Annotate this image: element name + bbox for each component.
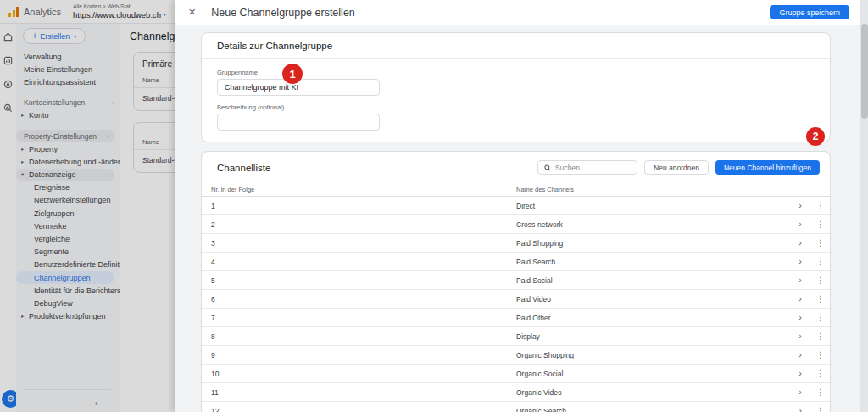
channel-order: 10 bbox=[211, 370, 516, 378]
chevron-right-icon[interactable]: › bbox=[789, 331, 811, 341]
channel-order: 11 bbox=[211, 388, 516, 397]
chevron-right-icon[interactable]: › bbox=[789, 276, 811, 285]
window-scrollbar[interactable] bbox=[860, 0, 868, 412]
channel-order: 7 bbox=[211, 314, 516, 322]
chevron-right-icon[interactable]: › bbox=[789, 369, 811, 378]
channel-order: 4 bbox=[211, 258, 516, 266]
channel-list-card: Channelliste Neu anordnen Neuen Channel … bbox=[201, 151, 831, 412]
chevron-right-icon[interactable]: › bbox=[789, 387, 811, 397]
channel-name: Display bbox=[516, 332, 789, 341]
column-order-header: Nr. in der Folge bbox=[211, 186, 516, 193]
more-menu-icon[interactable]: ⋮ bbox=[811, 276, 830, 285]
search-box[interactable] bbox=[537, 160, 637, 175]
channel-order: 5 bbox=[211, 276, 516, 285]
dialog-header: ✕ Neue Channelgruppe erstellen Gruppe sp… bbox=[175, 0, 860, 25]
more-menu-icon[interactable]: ⋮ bbox=[811, 314, 830, 322]
channel-row: 9 Organic Shopping › ⋮ bbox=[202, 346, 830, 365]
channel-name: Paid Social bbox=[516, 276, 789, 285]
more-menu-icon[interactable]: ⋮ bbox=[811, 407, 830, 412]
chevron-right-icon[interactable]: › bbox=[789, 406, 811, 412]
channel-row: 10 Organic Social › ⋮ bbox=[202, 365, 830, 383]
reorder-button[interactable]: Neu anordnen bbox=[644, 160, 709, 175]
channel-order: 9 bbox=[211, 351, 516, 359]
channel-name: Direct bbox=[516, 202, 789, 210]
channel-order: 3 bbox=[211, 239, 516, 248]
dialog-title: Neue Channelgruppe erstellen bbox=[211, 7, 355, 19]
channel-row: 2 Cross-network › ⋮ bbox=[202, 215, 830, 234]
search-icon bbox=[544, 164, 551, 171]
channel-name: Paid Video bbox=[516, 295, 789, 303]
channel-row: 5 Paid Social › ⋮ bbox=[202, 271, 830, 290]
more-menu-icon[interactable]: ⋮ bbox=[811, 220, 830, 229]
details-card-title: Details zur Channelgruppe bbox=[202, 33, 830, 59]
channel-row: 12 Organic Search › ⋮ bbox=[202, 402, 830, 412]
channel-row: 1 Direct › ⋮ bbox=[202, 197, 830, 215]
channel-name: Organic Social bbox=[516, 370, 789, 378]
more-menu-icon[interactable]: ⋮ bbox=[811, 258, 830, 266]
channel-row: 3 Paid Shopping › ⋮ bbox=[202, 234, 830, 253]
annotation-badge-1: 1 bbox=[282, 64, 303, 84]
channel-row: 6 Paid Video › ⋮ bbox=[202, 290, 830, 309]
scrollbar-thumb[interactable] bbox=[861, 24, 868, 119]
analytics-window: Analytics Alle Konten > Web-Stat https:/… bbox=[0, 0, 868, 412]
new-channel-group-dialog: ✕ Neue Channelgruppe erstellen Gruppe sp… bbox=[175, 0, 860, 412]
chevron-right-icon[interactable]: › bbox=[789, 257, 811, 266]
more-menu-icon[interactable]: ⋮ bbox=[811, 351, 830, 359]
more-menu-icon[interactable]: ⋮ bbox=[811, 239, 830, 248]
channel-name: Paid Search bbox=[516, 258, 789, 266]
channel-name: Organic Search bbox=[516, 407, 789, 412]
add-channel-button[interactable]: Neuen Channel hinzufügen bbox=[715, 160, 820, 175]
chevron-right-icon[interactable]: › bbox=[789, 313, 811, 322]
group-name-label: Gruppenname bbox=[217, 69, 815, 76]
channel-name: Organic Video bbox=[516, 388, 789, 397]
more-menu-icon[interactable]: ⋮ bbox=[811, 370, 830, 378]
chevron-right-icon[interactable]: › bbox=[789, 201, 811, 210]
chevron-right-icon[interactable]: › bbox=[789, 294, 811, 303]
column-name-header: Name des Channels bbox=[516, 186, 789, 193]
channel-table-header: Nr. in der Folge Name des Channels bbox=[202, 183, 830, 197]
more-menu-icon[interactable]: ⋮ bbox=[811, 295, 830, 303]
more-menu-icon[interactable]: ⋮ bbox=[811, 388, 830, 397]
channel-name: Paid Other bbox=[516, 314, 789, 322]
channel-row: 11 Organic Video › ⋮ bbox=[202, 383, 830, 402]
channel-row: 7 Paid Other › ⋮ bbox=[202, 309, 830, 327]
save-group-button[interactable]: Gruppe speichern bbox=[770, 5, 849, 19]
channel-name: Paid Shopping bbox=[516, 239, 789, 248]
channel-row: 8 Display › ⋮ bbox=[202, 327, 830, 346]
chevron-right-icon[interactable]: › bbox=[789, 350, 811, 359]
channel-table: 1 Direct › ⋮ 2 Cross-network › ⋮ bbox=[202, 197, 830, 412]
chevron-right-icon[interactable]: › bbox=[789, 238, 811, 248]
modal-scrim bbox=[0, 0, 175, 412]
channel-name: Cross-network bbox=[516, 220, 789, 229]
more-menu-icon[interactable]: ⋮ bbox=[811, 332, 830, 341]
annotation-badge-2: 2 bbox=[806, 127, 825, 146]
description-label: Beschreibung (optional) bbox=[217, 103, 815, 111]
channel-name: Organic Shopping bbox=[516, 351, 789, 359]
channel-order: 2 bbox=[211, 220, 516, 229]
channel-order: 8 bbox=[211, 332, 516, 341]
channel-list-title: Channelliste bbox=[217, 163, 531, 173]
dialog-body: Details zur Channelgruppe Gruppenname Be… bbox=[175, 25, 860, 412]
channel-order: 12 bbox=[211, 407, 516, 412]
more-menu-icon[interactable]: ⋮ bbox=[811, 202, 830, 210]
search-input[interactable] bbox=[555, 164, 631, 172]
channel-order: 6 bbox=[211, 295, 516, 303]
channel-order: 1 bbox=[211, 202, 516, 210]
close-icon[interactable]: ✕ bbox=[188, 7, 196, 18]
details-card: Details zur Channelgruppe Gruppenname Be… bbox=[201, 32, 831, 142]
description-input[interactable] bbox=[217, 114, 380, 131]
channel-row: 4 Paid Search › ⋮ bbox=[202, 253, 830, 271]
chevron-right-icon[interactable]: › bbox=[789, 220, 811, 229]
channel-list-toolbar: Channelliste Neu anordnen Neuen Channel … bbox=[202, 152, 830, 183]
